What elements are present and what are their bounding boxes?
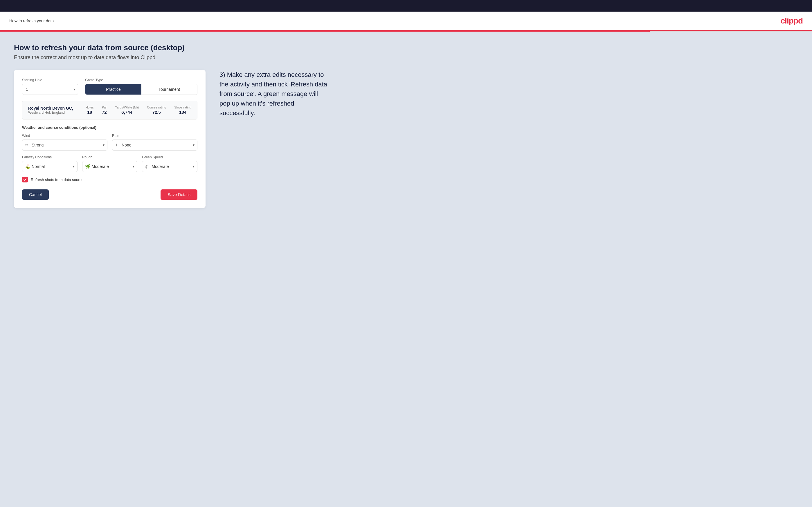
header-title: How to refresh your data [9, 18, 54, 23]
checkmark-icon [23, 178, 27, 181]
conditions-row-1: Wind ≋ Strong ▾ Rain ✦ None [22, 134, 197, 151]
tournament-button[interactable]: Tournament [141, 84, 197, 95]
game-type-group: Game Type Practice Tournament [85, 78, 197, 95]
stat-course-rating: Course rating 72.5 [147, 106, 166, 115]
page-heading: How to refresh your data from source (de… [14, 43, 798, 52]
stat-yards: Yards/White (M)) 6,744 [115, 106, 139, 115]
save-button[interactable]: Save Details [160, 189, 197, 200]
practice-button[interactable]: Practice [85, 84, 141, 95]
stat-slope-rating: Slope rating 134 [174, 106, 191, 115]
form-actions: Cancel Save Details [22, 189, 197, 200]
par-value: 72 [102, 110, 107, 115]
starting-hole-label: Starting Hole [22, 78, 78, 82]
rain-select-wrapper: ✦ None ▾ [112, 139, 197, 151]
green-speed-icon: ◎ [145, 164, 148, 169]
holes-value: 18 [86, 110, 94, 115]
top-bar [0, 0, 812, 12]
wind-icon: ≋ [25, 143, 29, 147]
green-speed-group: Green Speed ◎ Moderate ▾ [142, 155, 197, 172]
wind-group: Wind ≋ Strong ▾ [22, 134, 107, 151]
refresh-checkbox[interactable] [22, 177, 28, 182]
sidebar-instructions: 3) Make any extra edits necessary to the… [219, 70, 330, 118]
course-rating-label: Course rating [147, 106, 166, 109]
rough-group: Rough 🌿 Moderate ▾ [82, 155, 138, 172]
green-speed-select-wrapper: ◎ Moderate ▾ [142, 161, 197, 172]
game-type-label: Game Type [85, 78, 197, 82]
page-subheading: Ensure the correct and most up to date d… [14, 55, 798, 61]
fairway-select-wrapper: ⛳ Normal ▾ [22, 161, 78, 172]
fairway-label: Fairway Conditions [22, 155, 78, 159]
course-rating-value: 72.5 [147, 110, 166, 115]
wind-select-wrapper: ≋ Strong ▾ [22, 139, 107, 151]
rain-group: Rain ✦ None ▾ [112, 134, 197, 151]
fairway-select[interactable]: Normal [22, 161, 78, 172]
rain-icon: ✦ [115, 143, 118, 147]
starting-hole-select[interactable]: 1 [22, 84, 78, 95]
rough-label: Rough [82, 155, 138, 159]
wind-select[interactable]: Strong [22, 139, 107, 151]
conditions-row-2: Fairway Conditions ⛳ Normal ▾ Rough 🌿 [22, 155, 197, 172]
wind-label: Wind [22, 134, 107, 138]
holes-label: Holes [86, 106, 94, 109]
cancel-button[interactable]: Cancel [22, 189, 49, 200]
course-name: Royal North Devon GC, [28, 106, 73, 111]
form-card: Starting Hole 1 ▾ Game Type Practice Tou… [14, 70, 206, 208]
course-info: Royal North Devon GC, Westward Ho!, Engl… [28, 106, 73, 115]
rough-icon: 🌿 [85, 164, 90, 169]
yards-value: 6,744 [115, 110, 139, 115]
green-speed-label: Green Speed [142, 155, 197, 159]
starting-hole-select-wrapper: 1 ▾ [22, 84, 78, 95]
stat-holes: Holes 18 [86, 106, 94, 115]
refresh-checkbox-row: Refresh shots from data source [22, 177, 197, 182]
starting-hole-group: Starting Hole 1 ▾ [22, 78, 78, 95]
logo: clippd [781, 16, 803, 25]
course-location: Westward Ho!, England [28, 111, 73, 115]
stat-par: Par 72 [102, 106, 107, 115]
main-content: How to refresh your data from source (de… [0, 32, 812, 507]
yards-label: Yards/White (M)) [115, 106, 139, 109]
content-area: Starting Hole 1 ▾ Game Type Practice Tou… [14, 70, 798, 208]
slope-rating-value: 134 [174, 110, 191, 115]
refresh-checkbox-label: Refresh shots from data source [31, 177, 83, 182]
header: How to refresh your data clippd [0, 12, 812, 31]
fairway-icon: ⛳ [25, 164, 30, 169]
rain-label: Rain [112, 134, 197, 138]
course-card: Royal North Devon GC, Westward Ho!, Engl… [22, 101, 197, 119]
conditions-title: Weather and course conditions (optional) [22, 125, 197, 130]
slope-rating-label: Slope rating [174, 106, 191, 109]
par-label: Par [102, 106, 107, 109]
game-type-buttons: Practice Tournament [85, 84, 197, 95]
top-form-row: Starting Hole 1 ▾ Game Type Practice Tou… [22, 78, 197, 95]
rough-select[interactable]: Moderate [82, 161, 138, 172]
rain-select[interactable]: None [112, 139, 197, 151]
rough-select-wrapper: 🌿 Moderate ▾ [82, 161, 138, 172]
green-speed-select[interactable]: Moderate [142, 161, 197, 172]
sidebar-instruction-text: 3) Make any extra edits necessary to the… [219, 70, 330, 118]
fairway-group: Fairway Conditions ⛳ Normal ▾ [22, 155, 78, 172]
course-stats: Holes 18 Par 72 Yards/White (M)) 6,744 C… [86, 106, 191, 115]
